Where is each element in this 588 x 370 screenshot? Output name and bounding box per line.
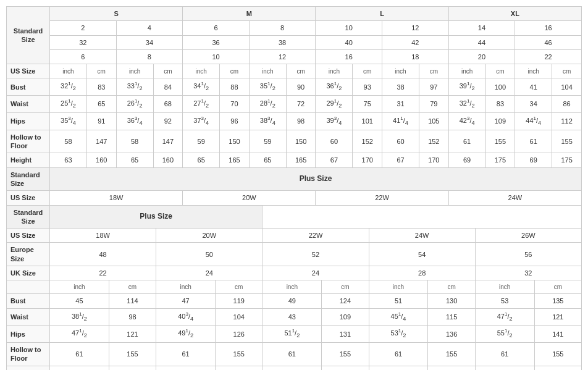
col-cm-6: cm: [419, 64, 448, 78]
uk-size-label-plus: UK Size: [7, 266, 50, 280]
plus-us-26w: 26W: [475, 229, 581, 243]
col-inch-6: inch: [382, 64, 419, 78]
uk-8: 8: [116, 49, 183, 64]
col-inch-2: inch: [116, 64, 153, 78]
plus-height-row: Height 69175 69175 69175 69175 69175: [7, 366, 582, 370]
bust-row: Bust 321/283 331/284 341/288 351/290 361…: [7, 78, 582, 96]
standard-size-header: StandardSize: [7, 7, 50, 64]
plus-us-18w: 18W: [50, 229, 156, 243]
plus-us-20w: 20W: [156, 229, 262, 243]
plus-eu-50: 50: [156, 243, 262, 266]
plus-col-inch-3: inch: [262, 280, 322, 294]
height-row: Height 63160 65160 65165 65165 67170 671…: [7, 153, 582, 167]
plus-eu-54: 54: [369, 243, 475, 266]
plus-uk-24b: 24: [262, 266, 369, 280]
us-14: 14: [448, 21, 515, 35]
plus-uk-32: 32: [475, 266, 581, 280]
xl-size-header: XL: [448, 7, 581, 21]
plus-eu-56: 56: [475, 243, 581, 266]
uk-18: 18: [382, 49, 449, 64]
plus-size-label-main: Plus Size: [50, 205, 262, 229]
us-16: 16: [515, 21, 582, 35]
us-size-label: US Size: [7, 64, 50, 78]
size-chart-container: StandardSize S M L XL 2 4 6 8 10 12 14 1…: [0, 0, 588, 370]
eu-40: 40: [316, 35, 382, 49]
eu-32: 32: [50, 35, 117, 49]
uk-22: 22: [515, 49, 582, 64]
col-cm-8: cm: [552, 64, 582, 78]
plus-waist-row: Waist 381/298 403/4104 43109 451/4115 47…: [7, 308, 582, 326]
plus-bust-row: Bust 45114 47119 49124 51130 53135: [7, 294, 582, 308]
plus-col-cm-2: cm: [216, 280, 262, 294]
col-cm-5: cm: [353, 64, 382, 78]
uk-12: 12: [249, 49, 316, 64]
col-inch-8: inch: [515, 64, 552, 78]
col-cm-3: cm: [220, 64, 250, 78]
eu-46: 46: [515, 35, 582, 49]
plus-us-22w: 22W: [262, 229, 369, 243]
plus-col-inch-5: inch: [475, 280, 534, 294]
us-4: 4: [116, 21, 183, 35]
eu-34: 34: [116, 35, 183, 49]
col-cm-1: cm: [86, 64, 116, 78]
plus-size-table: Standard Size Plus Size US Size 18W 20W …: [6, 205, 582, 370]
uk-10: 10: [183, 49, 250, 64]
plus-col-inch-1: inch: [50, 280, 109, 294]
plus-col-cm-3: cm: [322, 280, 369, 294]
plus-eu-48: 48: [50, 243, 156, 266]
col-cm-2: cm: [153, 64, 183, 78]
uk-16: 16: [316, 49, 382, 64]
us-2: 2: [50, 21, 117, 35]
plus-col-cm-5: cm: [534, 280, 581, 294]
size-chart-table: StandardSize S M L XL 2 4 6 8 10 12 14 1…: [6, 6, 582, 206]
col-inch-3: inch: [183, 64, 220, 78]
units-label-plus: [7, 280, 50, 294]
eu-36: 36: [183, 35, 250, 49]
us-8: 8: [249, 21, 316, 35]
hips-row: Hips 353/491 363/492 373/496 383/498 393…: [7, 113, 582, 130]
col-inch-5: inch: [316, 64, 353, 78]
s-size-header: S: [50, 7, 183, 21]
us-6: 6: [183, 21, 250, 35]
plus-hips-row: Hips 471/2121 491/2126 511/2131 531/2136…: [7, 326, 582, 343]
col-cm-4: cm: [286, 64, 316, 78]
waist-row: Waist 251/265 261/268 271/270 281/272 29…: [7, 96, 582, 113]
std-size-label-plus: Standard Size: [7, 205, 50, 229]
us-12: 12: [382, 21, 449, 35]
col-cm-7: cm: [485, 64, 515, 78]
europe-size-label-plus: Europe Size: [7, 243, 50, 266]
plus-us-size-row: US Size 18W 20W 22W 24W: [7, 191, 582, 205]
l-size-header: L: [316, 7, 448, 21]
m-size-header: M: [183, 7, 316, 21]
eu-38: 38: [249, 35, 316, 49]
col-inch-1: inch: [50, 64, 87, 78]
col-inch-4: inch: [249, 64, 286, 78]
us-10: 10: [316, 21, 382, 35]
plus-uk-28: 28: [369, 266, 475, 280]
plus-col-inch-2: inch: [156, 280, 216, 294]
plus-eu-52: 52: [262, 243, 369, 266]
uk-6: 6: [50, 49, 117, 64]
eu-44: 44: [448, 35, 515, 49]
plus-uk-24: 24: [156, 266, 262, 280]
plus-col-inch-4: inch: [369, 280, 428, 294]
us-size-label-plus: US Size: [7, 229, 50, 243]
plus-size-section-header: Standard Size Plus Size: [7, 167, 582, 191]
plus-col-cm-4: cm: [428, 280, 475, 294]
uk-20: 20: [448, 49, 515, 64]
plus-uk-22: 22: [50, 266, 156, 280]
hollow-to-floor-row: Hollow to Floor 58147 58147 59150 59150 …: [7, 130, 582, 153]
plus-col-cm-1: cm: [109, 280, 156, 294]
eu-42: 42: [382, 35, 449, 49]
col-inch-7: inch: [448, 64, 485, 78]
plus-us-24w: 24W: [369, 229, 475, 243]
plus-hollow-to-floor-row: Hollow to Floor 61155 61155 61155 61155 …: [7, 343, 582, 366]
